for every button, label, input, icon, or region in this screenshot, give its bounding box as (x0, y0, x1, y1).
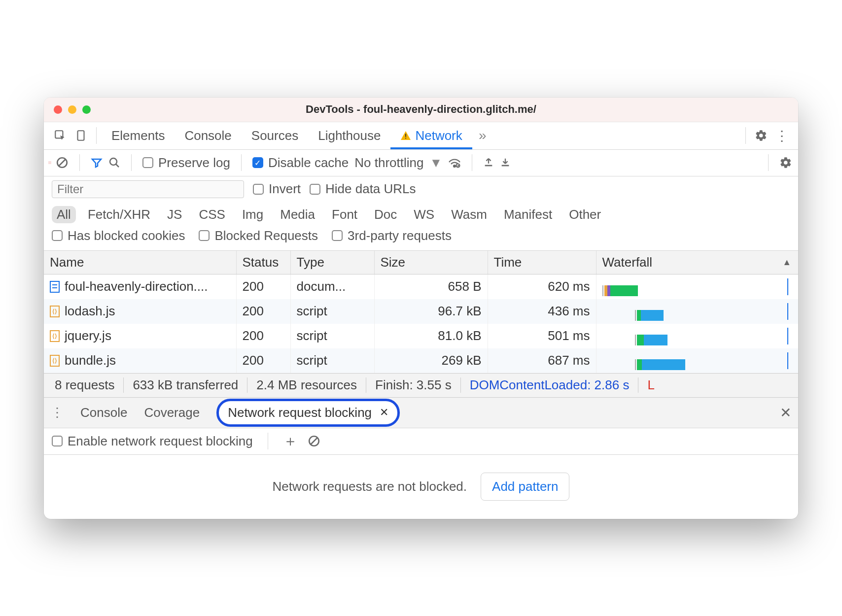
header-time[interactable]: Time (488, 251, 596, 274)
warning-icon (400, 131, 411, 140)
window-maximize-button[interactable] (82, 105, 91, 114)
settings-icon[interactable] (751, 125, 772, 146)
tab-console[interactable]: Console (175, 122, 241, 149)
network-summary: 8 requests 633 kB transferred 2.4 MB res… (44, 373, 798, 398)
request-time: 687 ms (488, 348, 596, 373)
summary-requests: 8 requests (53, 377, 124, 393)
table-row[interactable]: ⟨⟩bundle.js200script269 kB687 ms (44, 348, 798, 373)
hide-data-urls-checkbox[interactable]: Hide data URLs (310, 181, 416, 197)
svg-line-5 (59, 160, 66, 166)
svg-rect-11 (502, 165, 509, 167)
type-filter-doc[interactable]: Doc (369, 206, 402, 223)
waterfall-bar (602, 278, 793, 295)
disable-cache-checkbox[interactable]: ✓ Disable cache (252, 155, 349, 171)
tab-elements[interactable]: Elements (102, 122, 175, 149)
tab-lighthouse[interactable]: Lighthouse (308, 122, 390, 149)
enable-blocking-checkbox[interactable]: Enable network request blocking (52, 434, 253, 449)
window-close-button[interactable] (54, 105, 62, 114)
request-type: docum... (290, 274, 374, 299)
invert-checkbox[interactable]: Invert (253, 181, 301, 197)
type-filter-fetch-xhr[interactable]: Fetch/XHR (83, 206, 155, 223)
request-status: 200 (236, 274, 290, 299)
divider (79, 154, 80, 171)
request-type: script (290, 324, 374, 348)
drawer-tab-console[interactable]: Console (80, 405, 127, 420)
summary-transferred: 633 kB transferred (124, 377, 247, 393)
type-filter-css[interactable]: CSS (194, 206, 230, 223)
search-icon[interactable] (108, 157, 120, 169)
network-conditions-icon[interactable] (448, 157, 461, 168)
import-har-icon[interactable] (483, 157, 494, 168)
tab-label: Network (415, 128, 462, 143)
header-waterfall[interactable]: Waterfall▲ (596, 251, 798, 274)
throttling-dropdown[interactable]: No throttling ▼ (354, 155, 442, 171)
titlebar: DevTools - foul-heavenly-direction.glitc… (44, 98, 798, 122)
waterfall-bar (602, 328, 793, 344)
type-filter-other[interactable]: Other (564, 206, 606, 223)
type-filter-media[interactable]: Media (275, 206, 320, 223)
header-size[interactable]: Size (374, 251, 488, 274)
type-filter-all[interactable]: All (52, 206, 76, 223)
blocked-requests-checkbox[interactable]: Blocked Requests (199, 228, 318, 243)
device-toolbar-icon[interactable] (70, 125, 91, 146)
request-size: 269 kB (374, 348, 488, 373)
clear-button[interactable] (56, 156, 69, 169)
header-status[interactable]: Status (236, 251, 290, 274)
add-pattern-icon[interactable]: ＋ (283, 431, 298, 451)
more-tabs-icon[interactable]: » (472, 125, 493, 146)
filter-icon[interactable] (91, 157, 103, 169)
svg-point-8 (454, 165, 456, 167)
drawer-tab-coverage[interactable]: Coverage (144, 405, 200, 420)
window-minimize-button[interactable] (68, 105, 76, 114)
type-filter-img[interactable]: Img (237, 206, 268, 223)
drawer-menu-icon[interactable]: ⋮ (51, 405, 64, 420)
close-drawer-icon[interactable]: ✕ (780, 405, 791, 421)
blocked-requests-label: Blocked Requests (214, 228, 318, 243)
devtools-window: DevTools - foul-heavenly-direction.glitc… (44, 98, 798, 519)
main-tab-bar: ElementsConsoleSourcesLighthouseNetwork … (44, 122, 798, 150)
close-tab-icon[interactable]: ✕ (380, 406, 388, 419)
svg-rect-10 (485, 165, 492, 167)
tab-network[interactable]: Network (390, 122, 472, 149)
drawer-tab-network-request-blocking[interactable]: Network request blocking✕ (216, 399, 400, 427)
header-name[interactable]: Name (44, 251, 236, 274)
preserve-log-checkbox[interactable]: Preserve log (142, 155, 230, 171)
empty-state-text: Network requests are not blocked. (273, 479, 467, 494)
request-time: 436 ms (488, 299, 596, 324)
request-size: 81.0 kB (374, 324, 488, 348)
add-pattern-button[interactable]: Add pattern (481, 473, 569, 501)
header-type[interactable]: Type (290, 251, 374, 274)
has-blocked-cookies-checkbox[interactable]: Has blocked cookies (52, 228, 185, 243)
request-size: 658 B (374, 274, 488, 299)
type-filter-wasm[interactable]: Wasm (446, 206, 492, 223)
third-party-label: 3rd-party requests (348, 228, 452, 243)
blocking-empty-state: Network requests are not blocked. Add pa… (44, 455, 798, 519)
inspect-element-icon[interactable] (50, 125, 70, 146)
type-filter-manifest[interactable]: Manifest (499, 206, 557, 223)
panel-settings-icon[interactable] (779, 156, 792, 169)
kebab-menu-icon[interactable]: ⋮ (772, 125, 792, 146)
type-filter-ws[interactable]: WS (409, 206, 439, 223)
request-name: jquery.js (65, 328, 111, 343)
tab-sources[interactable]: Sources (242, 122, 308, 149)
table-row[interactable]: ⟨⟩jquery.js200script81.0 kB501 ms (44, 324, 798, 348)
invert-label: Invert (269, 181, 301, 197)
disable-cache-label: Disable cache (268, 155, 349, 171)
sort-indicator-icon: ▲ (782, 257, 791, 268)
type-filter-js[interactable]: JS (162, 206, 187, 223)
chevron-down-icon: ▼ (429, 155, 442, 171)
divider (131, 154, 132, 171)
tab-label: Sources (251, 128, 298, 143)
tab-label: Lighthouse (318, 128, 381, 143)
table-row[interactable]: ⟨⟩lodash.js200script96.7 kB436 ms (44, 299, 798, 324)
filter-input[interactable] (52, 180, 244, 198)
type-filter-font[interactable]: Font (327, 206, 362, 223)
export-har-icon[interactable] (500, 157, 511, 168)
remove-all-patterns-icon[interactable] (308, 435, 320, 447)
has-blocked-cookies-label: Has blocked cookies (68, 228, 185, 243)
third-party-checkbox[interactable]: 3rd-party requests (332, 228, 452, 243)
network-table: Name Status Type Size Time Waterfall▲ fo… (44, 251, 798, 373)
request-status: 200 (236, 324, 290, 348)
drawer-tab-label: Console (80, 405, 127, 420)
table-row[interactable]: foul-heavenly-direction....200docum...65… (44, 274, 798, 299)
